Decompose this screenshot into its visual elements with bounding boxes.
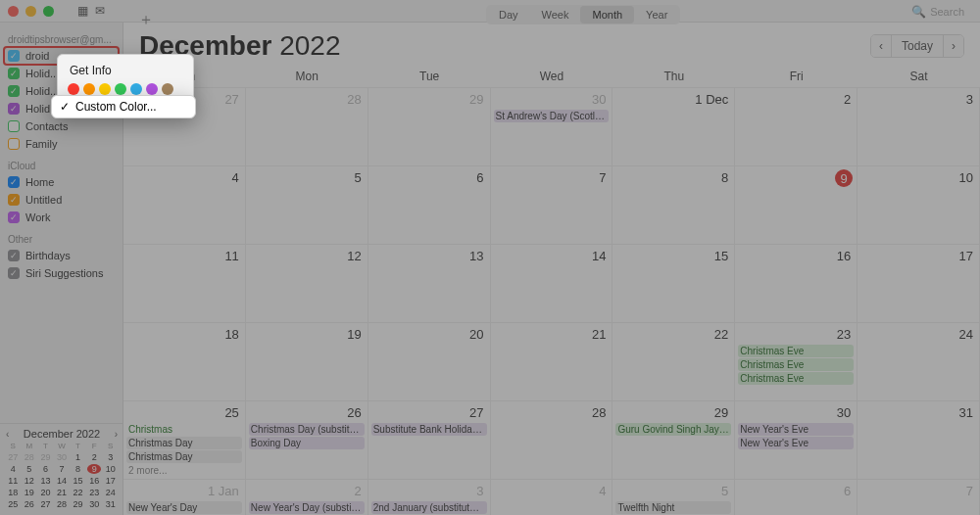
mini-day[interactable]: 1 [71, 452, 85, 462]
calendar-checkbox[interactable] [8, 138, 20, 150]
calendar-checkbox[interactable]: ✓ [8, 194, 20, 206]
calendar-event[interactable]: New Year's Day [126, 501, 242, 514]
calendar-event[interactable]: New Year's Eve [738, 423, 854, 436]
mini-day[interactable]: 8 [71, 464, 85, 474]
ctx-get-info[interactable]: Get Info [68, 61, 183, 80]
calendar-checkbox[interactable]: ✓ [8, 250, 20, 261]
color-swatch[interactable] [162, 83, 173, 95]
calendar-day-cell[interactable]: 29 [368, 88, 491, 166]
mini-day[interactable]: 22 [71, 488, 85, 497]
mini-day[interactable]: 29 [71, 499, 85, 509]
calendar-day-cell[interactable]: 10 [858, 166, 980, 245]
calendar-event[interactable]: Christmas Day [126, 450, 242, 463]
color-swatch[interactable] [146, 83, 158, 95]
prev-month-button[interactable]: ‹ [871, 35, 891, 57]
mini-day[interactable]: 30 [55, 452, 70, 462]
sidebar-calendar-item[interactable]: ✓Untitled [0, 191, 122, 209]
color-swatch[interactable] [115, 83, 126, 95]
calendar-event[interactable]: Christmas Eve [738, 358, 854, 371]
view-month[interactable]: Month [580, 6, 634, 23]
color-swatch[interactable] [68, 83, 79, 95]
calendar-day-cell[interactable]: 21 [491, 323, 613, 401]
calendar-day-cell[interactable]: 16 [735, 245, 858, 323]
mini-day[interactable]: 5 [23, 464, 37, 474]
mini-day[interactable]: 23 [87, 488, 102, 497]
calendar-day-cell[interactable]: 23Christmas EveChristmas EveChristmas Ev… [735, 323, 858, 401]
calendar-day-cell[interactable]: 15 [612, 245, 735, 323]
calendar-day-cell[interactable]: 8 [612, 166, 735, 245]
calendar-checkbox[interactable]: ✓ [8, 68, 20, 79]
sidebar-calendar-item[interactable]: ✓Home [0, 173, 122, 191]
calendar-day-cell[interactable]: 20 [368, 323, 491, 401]
calendar-day-cell[interactable]: 26Christmas Day (substitute)Boxing Day [246, 401, 368, 480]
calendar-grid[interactable]: 27282930St Andrew's Day (Scotlan...1 Dec… [123, 88, 980, 515]
calendar-checkbox[interactable]: ✓ [8, 211, 20, 223]
calendar-day-cell[interactable]: 2 [735, 88, 858, 166]
calendar-event[interactable]: Guru Govind Singh Jayanti [615, 423, 731, 436]
calendar-checkbox[interactable]: ✓ [8, 267, 20, 279]
mini-day[interactable]: 20 [38, 488, 53, 497]
mini-day[interactable]: 7 [55, 464, 70, 474]
next-month-button[interactable]: › [943, 35, 963, 57]
calendar-event[interactable]: New Year's Day (substitu... [249, 501, 365, 514]
calendar-checkbox[interactable]: ✓ [8, 85, 20, 97]
calendar-day-cell[interactable]: 6 [368, 166, 491, 245]
mini-day[interactable]: 16 [87, 476, 102, 486]
calendar-day-cell[interactable]: 24 [858, 323, 980, 401]
mini-day[interactable]: 3 [103, 452, 118, 462]
mini-day[interactable]: 31 [103, 499, 118, 509]
calendar-day-cell[interactable]: 32nd January (substitute d... [368, 480, 491, 515]
sidebar-calendar-item[interactable]: Family [0, 135, 122, 153]
mini-day[interactable]: 24 [103, 488, 118, 497]
calendar-day-cell[interactable]: 9 [735, 166, 858, 245]
calendar-day-cell[interactable]: 1 Dec [612, 88, 735, 166]
mini-day[interactable]: 26 [23, 499, 37, 509]
mini-next-button[interactable]: › [115, 429, 118, 440]
mini-day[interactable]: 28 [55, 499, 70, 509]
mini-day[interactable]: 10 [103, 464, 118, 474]
mini-day[interactable]: 21 [55, 488, 70, 497]
calendar-event[interactable]: Christmas [126, 423, 242, 436]
calendar-event[interactable]: Christmas Day (substitute) [249, 423, 365, 436]
view-year[interactable]: Year [634, 6, 679, 23]
mini-day[interactable]: 17 [103, 476, 118, 486]
mini-day[interactable]: 29 [38, 452, 53, 462]
mini-day[interactable]: 19 [23, 488, 37, 497]
calendar-day-cell[interactable]: 19 [246, 323, 368, 401]
color-swatch[interactable] [99, 83, 111, 95]
calendar-day-cell[interactable]: 5Twelfth Night [612, 480, 735, 515]
calendar-day-cell[interactable]: 12 [246, 245, 368, 323]
calendar-event[interactable]: Christmas Eve [738, 345, 854, 357]
calendar-day-cell[interactable]: 31 [858, 401, 980, 480]
calendar-event[interactable]: St Andrew's Day (Scotlan... [494, 110, 610, 122]
calendar-day-cell[interactable]: 27Substitute Bank Holiday f... [368, 401, 491, 480]
calendar-day-cell[interactable]: 29Guru Govind Singh Jayanti [612, 401, 735, 480]
mini-day[interactable]: 27 [6, 452, 21, 462]
calendar-day-cell[interactable]: 3 [858, 88, 980, 166]
sidebar-calendar-item[interactable]: ✓Birthdays [0, 247, 122, 264]
calendar-event[interactable]: Boxing Day [249, 437, 365, 449]
calendar-day-cell[interactable]: 28 [491, 401, 613, 480]
mini-day[interactable]: 30 [87, 499, 102, 509]
calendar-day-cell[interactable]: 5 [246, 166, 368, 245]
view-day[interactable]: Day [487, 6, 530, 23]
calendar-day-cell[interactable]: 18 [123, 323, 246, 401]
close-window-button[interactable] [8, 6, 19, 17]
calendar-day-cell[interactable]: 14 [491, 245, 613, 323]
view-week[interactable]: Week [530, 6, 581, 23]
calendar-day-cell[interactable]: 2New Year's Day (substitu...New Year's D… [246, 480, 368, 515]
sidebar-calendar-item[interactable]: Contacts [0, 117, 122, 135]
calendar-day-cell[interactable]: 4 [491, 480, 613, 515]
calendar-day-cell[interactable]: 4 [123, 166, 246, 245]
mini-day[interactable]: 14 [55, 476, 70, 486]
sidebar-calendar-item[interactable]: ✓Work [0, 209, 122, 226]
mini-day[interactable]: 9 [87, 464, 102, 474]
mini-day[interactable]: 13 [38, 476, 53, 486]
mini-day[interactable]: 25 [6, 499, 21, 509]
calendar-day-cell[interactable]: 28 [246, 88, 368, 166]
mini-day[interactable]: 15 [71, 476, 85, 486]
calendar-event[interactable]: Twelfth Night [615, 501, 731, 514]
calendar-day-cell[interactable]: 17 [858, 245, 980, 323]
add-event-button[interactable]: ＋ [138, 10, 154, 30]
calendar-day-cell[interactable]: 30New Year's EveNew Year's Eve [735, 401, 858, 480]
